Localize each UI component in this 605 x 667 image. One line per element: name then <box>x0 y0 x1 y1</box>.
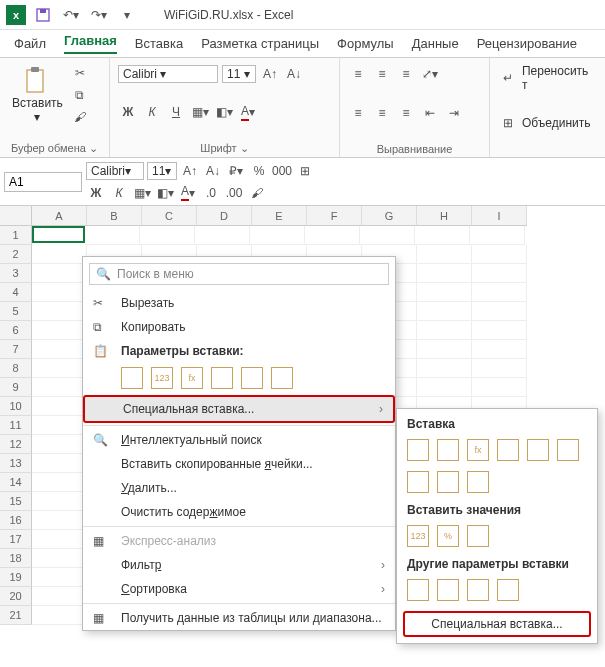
paste-option-icon[interactable]: fx <box>467 439 489 461</box>
cell[interactable] <box>32 530 87 549</box>
mini-increase-decimal-icon[interactable]: .00 <box>224 183 244 203</box>
row-head[interactable]: 13 <box>0 454 32 473</box>
mini-format-icon[interactable]: ⊞ <box>295 161 315 181</box>
paste-option-icon[interactable] <box>437 471 459 493</box>
name-box[interactable] <box>4 172 82 192</box>
redo-icon[interactable]: ↷▾ <box>88 4 110 26</box>
paste-option-icon[interactable] <box>407 579 429 601</box>
row-head[interactable]: 12 <box>0 435 32 454</box>
underline-button[interactable]: Ч <box>166 102 186 122</box>
cell[interactable] <box>32 454 87 473</box>
select-all-corner[interactable] <box>0 206 32 226</box>
mini-format-painter-icon[interactable]: 🖌 <box>247 183 267 203</box>
cell[interactable] <box>32 302 87 321</box>
col-head[interactable]: C <box>142 206 197 226</box>
row-head[interactable]: 1 <box>0 226 32 245</box>
paste-option-icon[interactable]: 123 <box>151 367 173 389</box>
save-icon[interactable] <box>32 4 54 26</box>
wrap-text-icon[interactable]: ↵ <box>498 68 518 88</box>
col-head[interactable]: G <box>362 206 417 226</box>
paste-option-icon[interactable] <box>271 367 293 389</box>
cell[interactable] <box>472 359 527 378</box>
cell[interactable] <box>195 226 250 245</box>
cell[interactable] <box>360 226 415 245</box>
cell[interactable] <box>417 378 472 397</box>
cell[interactable] <box>140 226 195 245</box>
cell[interactable] <box>32 492 87 511</box>
col-head[interactable]: F <box>307 206 362 226</box>
cell[interactable] <box>472 245 527 264</box>
cell[interactable] <box>32 587 87 606</box>
merge-icon[interactable]: ⊞ <box>498 113 518 133</box>
tab-formulas[interactable]: Формулы <box>337 36 394 51</box>
cell[interactable] <box>472 283 527 302</box>
tab-data[interactable]: Данные <box>412 36 459 51</box>
paste-option-icon[interactable] <box>211 367 233 389</box>
paste-option-icon[interactable] <box>497 439 519 461</box>
menu-search[interactable]: 🔍 Поиск в меню <box>89 263 389 285</box>
cell[interactable] <box>32 340 87 359</box>
paste-option-icon[interactable] <box>241 367 263 389</box>
col-head[interactable]: H <box>417 206 472 226</box>
italic-button[interactable]: К <box>142 102 162 122</box>
mini-borders-icon[interactable]: ▦▾ <box>132 183 152 203</box>
cell[interactable] <box>85 226 140 245</box>
fill-color-icon[interactable]: ◧▾ <box>214 102 234 122</box>
font-color-icon[interactable]: A▾ <box>238 102 258 122</box>
cell[interactable] <box>417 264 472 283</box>
paste-option-icon[interactable] <box>467 579 489 601</box>
cell[interactable] <box>32 473 87 492</box>
cell[interactable] <box>417 340 472 359</box>
borders-icon[interactable]: ▦▾ <box>190 102 210 122</box>
cell[interactable] <box>417 302 472 321</box>
cell[interactable] <box>32 435 87 454</box>
paste-option-icon[interactable]: 123 <box>407 525 429 547</box>
paste-option-icon[interactable] <box>407 471 429 493</box>
paste-option-icon[interactable] <box>437 439 459 461</box>
cell[interactable] <box>470 226 525 245</box>
cell[interactable] <box>472 264 527 283</box>
cell[interactable] <box>472 321 527 340</box>
col-head[interactable]: D <box>197 206 252 226</box>
paste-option-icon[interactable] <box>407 439 429 461</box>
menu-filter[interactable]: Фильтр› <box>83 553 395 577</box>
cell[interactable] <box>32 378 87 397</box>
mini-font-size[interactable]: 11▾ <box>147 162 177 180</box>
cell[interactable] <box>417 283 472 302</box>
mini-thousands-icon[interactable]: 000 <box>272 161 292 181</box>
row-head[interactable]: 3 <box>0 264 32 283</box>
merge-label[interactable]: Объединить <box>522 116 591 130</box>
row-head[interactable]: 14 <box>0 473 32 492</box>
tab-layout[interactable]: Разметка страницы <box>201 36 319 51</box>
submenu-paste-special[interactable]: Специальная вставка... <box>403 611 591 637</box>
paste-option-icon[interactable] <box>467 525 489 547</box>
cell[interactable] <box>32 606 87 625</box>
row-head[interactable]: 19 <box>0 568 32 587</box>
row-head[interactable]: 21 <box>0 606 32 625</box>
row-head[interactable]: 10 <box>0 397 32 416</box>
cell[interactable] <box>417 321 472 340</box>
mini-grow-font-icon[interactable]: A↑ <box>180 161 200 181</box>
align-left-icon[interactable]: ≡ <box>348 103 368 123</box>
paste-dropdown-icon[interactable]: ▾ <box>34 110 40 124</box>
cell[interactable] <box>417 359 472 378</box>
col-head[interactable]: E <box>252 206 307 226</box>
menu-paste-special[interactable]: Специальная вставка...› <box>83 395 395 423</box>
cell[interactable] <box>32 264 87 283</box>
align-center-icon[interactable]: ≡ <box>372 103 392 123</box>
indent-left-icon[interactable]: ⇤ <box>420 103 440 123</box>
menu-clear[interactable]: Очистить содержимое <box>83 500 395 524</box>
align-right-icon[interactable]: ≡ <box>396 103 416 123</box>
cell[interactable] <box>32 511 87 530</box>
bold-button[interactable]: Ж <box>118 102 138 122</box>
menu-delete[interactable]: Удалить... <box>83 476 395 500</box>
tab-insert[interactable]: Вставка <box>135 36 183 51</box>
paste-option-icon[interactable]: % <box>437 525 459 547</box>
cut-icon[interactable]: ✂ <box>71 64 89 82</box>
tab-review[interactable]: Рецензирование <box>477 36 577 51</box>
row-head[interactable]: 15 <box>0 492 32 511</box>
cell[interactable] <box>32 245 87 264</box>
row-head[interactable]: 5 <box>0 302 32 321</box>
cell[interactable] <box>32 549 87 568</box>
cell[interactable] <box>472 302 527 321</box>
